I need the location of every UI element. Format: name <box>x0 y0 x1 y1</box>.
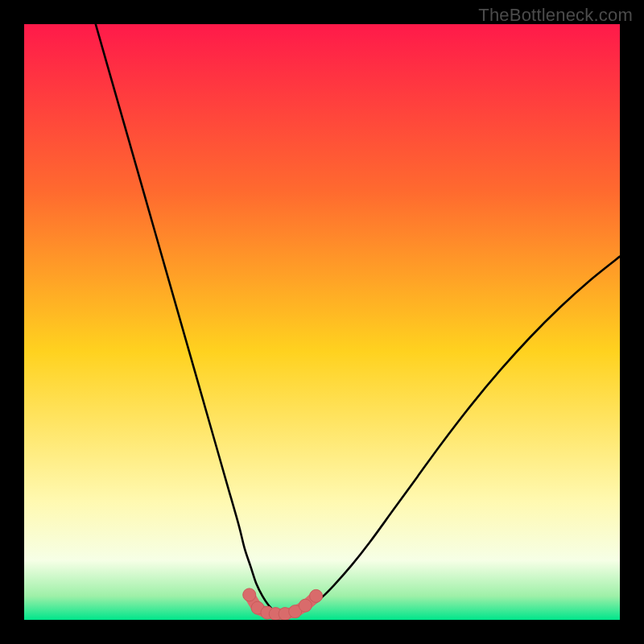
plot-area <box>24 24 620 620</box>
chart-stage: TheBottleneck.com <box>0 0 644 644</box>
chart-svg <box>24 24 620 620</box>
watermark-text: TheBottleneck.com <box>478 5 633 26</box>
marker-dot <box>243 588 256 601</box>
bottleneck-curve <box>96 24 620 614</box>
marker-dot <box>310 589 323 602</box>
marker-dot <box>299 599 312 612</box>
